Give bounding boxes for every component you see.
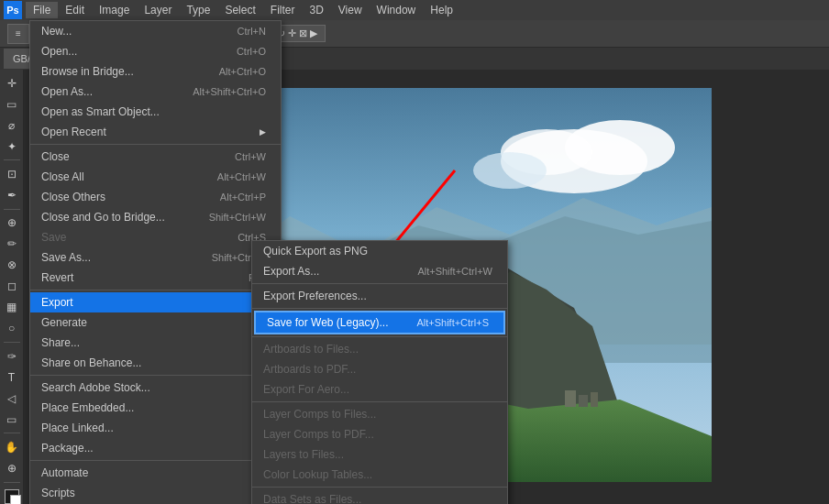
submenu-save-for-web-shortcut: Alt+Shift+Ctrl+S	[416, 317, 489, 328]
menu-place-linked[interactable]: Place Linked...	[30, 418, 281, 438]
menu-browse-bridge[interactable]: Browse in Bridge... Alt+Ctrl+O	[30, 61, 281, 82]
menu-open[interactable]: Open... Ctrl+O	[30, 41, 281, 61]
menu-type[interactable]: Type	[179, 2, 217, 18]
tool-type[interactable]: T	[2, 367, 22, 387]
menu-automate[interactable]: Automate	[30, 463, 281, 483]
tool-marquee[interactable]: ▭	[2, 94, 22, 114]
menu-select[interactable]: Select	[217, 2, 262, 18]
menu-share[interactable]: Share...	[30, 333, 281, 353]
svg-point-4	[473, 152, 547, 189]
submenu-export-as-shortcut: Alt+Shift+Ctrl+W	[417, 266, 492, 277]
menu-close-bridge[interactable]: Close and Go to Bridge... Shift+Ctrl+W	[30, 207, 281, 227]
menu-view[interactable]: View	[331, 2, 370, 18]
menu-export-label: Export	[41, 296, 73, 309]
submenu-export-prefs[interactable]: Export Preferences...	[252, 286, 507, 306]
tool-shape[interactable]: ▭	[2, 410, 22, 429]
svg-rect-14	[579, 395, 588, 407]
menu-generate[interactable]: Generate	[30, 312, 281, 333]
menu-new-label: New...	[41, 25, 72, 38]
menu-layer[interactable]: Layer	[137, 2, 179, 18]
tool-lasso[interactable]: ⌀	[2, 115, 22, 135]
menu-edit[interactable]: Edit	[58, 2, 92, 18]
submenu-export-as[interactable]: Export As... Alt+Shift+Ctrl+W	[252, 261, 507, 281]
menu-help[interactable]: Help	[423, 2, 460, 18]
tool-sep-4	[4, 433, 20, 433]
tool-foreground-color[interactable]	[5, 489, 19, 503]
menu-file[interactable]: File	[26, 2, 58, 18]
menu-filter[interactable]: Filter	[263, 2, 303, 18]
menu-revert[interactable]: Revert F12	[30, 268, 281, 288]
menu-share-label: Share...	[41, 336, 80, 349]
submenu-color-lookup-label: Color Lookup Tables...	[263, 468, 372, 481]
submenu-export-aero-label: Export For Aero...	[263, 383, 349, 396]
menu-image[interactable]: Image	[92, 2, 137, 18]
file-dropdown-menu: New... Ctrl+N Open... Ctrl+O Browse in B…	[29, 20, 282, 504]
menu-sep-4	[30, 460, 281, 461]
menu-open-recent-label: Open Recent	[41, 126, 106, 138]
menu-package[interactable]: Package...	[30, 438, 281, 458]
menu-open-recent[interactable]: Open Recent	[30, 122, 281, 142]
menu-place-embedded-label: Place Embedded...	[41, 401, 134, 414]
menu-bar: Ps File Edit Image Layer Type Select Fil…	[0, 0, 829, 20]
menu-3d[interactable]: 3D	[302, 2, 330, 18]
tool-stamp[interactable]: ⊗	[2, 256, 22, 275]
menu-save-label: Save	[41, 231, 66, 244]
tool-path[interactable]: ◁	[2, 389, 22, 408]
menu-close-bridge-label: Close and Go to Bridge...	[41, 211, 165, 224]
menu-place-embedded[interactable]: Place Embedded...	[30, 398, 281, 418]
submenu-artboards-pdf: Artboards to PDF...	[252, 359, 507, 379]
svg-rect-15	[591, 392, 598, 407]
submenu-quick-export[interactable]: Quick Export as PNG	[252, 241, 507, 261]
menu-generate-label: Generate	[41, 316, 87, 329]
tool-hand[interactable]: ✋	[2, 437, 22, 456]
tool-gradient[interactable]: ▦	[2, 298, 22, 317]
menu-new-shortcut: Ctrl+N	[238, 26, 266, 37]
svg-rect-13	[565, 390, 576, 407]
menu-scripts-label: Scripts	[41, 487, 75, 499]
menu-open-label: Open...	[41, 45, 77, 58]
menu-close[interactable]: Close Ctrl+W	[30, 147, 281, 167]
submenu-data-sets-label: Data Sets as Files...	[263, 493, 361, 504]
menu-search-stock[interactable]: Search Adobe Stock...	[30, 378, 281, 398]
submenu-export-as-label: Export As...	[263, 265, 319, 278]
tool-zoom[interactable]: ⊕	[2, 458, 22, 477]
menu-open-smart[interactable]: Open as Smart Object...	[30, 102, 281, 122]
menu-close-all[interactable]: Close All Alt+Ctrl+W	[30, 167, 281, 187]
menu-new[interactable]: New... Ctrl+N	[30, 21, 281, 41]
toolbar-align-left[interactable]: ≡	[7, 24, 29, 44]
tool-magic-wand[interactable]: ✦	[2, 137, 22, 156]
submenu-layer-comps-pdf-label: Layer Comps to PDF...	[263, 428, 374, 441]
tool-eyedropper[interactable]: ✒	[2, 185, 22, 204]
menu-export[interactable]: Export	[30, 292, 281, 312]
menu-close-all-shortcut: Alt+Ctrl+W	[217, 171, 266, 182]
tool-sep-3	[4, 342, 20, 343]
tool-move[interactable]: ✛	[2, 73, 22, 93]
menu-close-others-label: Close Others	[41, 191, 105, 203]
tool-dodge[interactable]: ○	[2, 319, 22, 338]
submenu-sep-5	[252, 487, 507, 488]
menu-automate-label: Automate	[41, 466, 88, 479]
tool-sep-1	[4, 159, 20, 160]
menu-place-linked-label: Place Linked...	[41, 422, 114, 434]
tool-brush[interactable]: ✏	[2, 235, 22, 254]
menu-share-behance[interactable]: Share on Behance...	[30, 353, 281, 373]
menu-open-shortcut: Ctrl+O	[237, 46, 266, 57]
submenu-sep-3	[252, 336, 507, 337]
tool-crop[interactable]: ⊡	[2, 164, 22, 183]
menu-package-label: Package...	[41, 442, 94, 455]
tool-eraser[interactable]: ◻	[2, 277, 22, 296]
submenu-quick-export-label: Quick Export as PNG	[263, 245, 368, 257]
submenu-save-for-web[interactable]: Save for Web (Legacy)... Alt+Shift+Ctrl+…	[254, 311, 505, 334]
submenu-layers-files: Layers to Files...	[252, 444, 507, 465]
menu-sep-2	[30, 290, 281, 290]
tool-pen[interactable]: ✑	[2, 346, 22, 366]
menu-scripts[interactable]: Scripts	[30, 483, 281, 503]
menu-close-others[interactable]: Close Others Alt+Ctrl+P	[30, 187, 281, 207]
menu-sep-1	[30, 144, 281, 145]
menu-window[interactable]: Window	[370, 2, 424, 18]
menu-open-as[interactable]: Open As... Alt+Shift+Ctrl+O	[30, 82, 281, 102]
menu-save-as[interactable]: Save As... Shift+Ctrl+S	[30, 247, 281, 268]
tool-sep-2	[4, 209, 20, 210]
export-submenu: Quick Export as PNG Export As... Alt+Shi…	[251, 240, 508, 504]
tool-heal[interactable]: ⊕	[2, 213, 22, 232]
